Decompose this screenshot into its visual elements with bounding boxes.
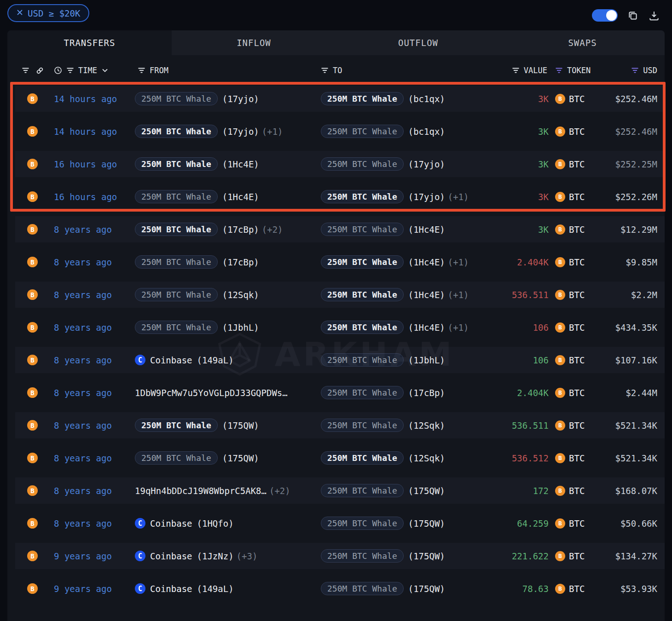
entity-badge[interactable]: 250M BTC Whale	[135, 92, 218, 105]
row-time-link[interactable]: 8 years ago	[54, 388, 135, 398]
filter-icon[interactable]	[66, 67, 74, 74]
row-time-link[interactable]: 8 years ago	[54, 420, 135, 431]
address-text[interactable]: (1JbhL)	[408, 355, 445, 365]
column-to[interactable]: TO	[333, 66, 342, 75]
entity-name[interactable]: Coinbase	[150, 355, 192, 365]
entity-badge[interactable]: 250M BTC Whale	[321, 92, 404, 105]
row-time-link[interactable]: 8 years ago	[54, 518, 135, 529]
entity-badge[interactable]: 250M BTC Whale	[321, 517, 404, 530]
tab-inflow[interactable]: INFLOW	[172, 30, 336, 55]
entity-badge[interactable]: 250M BTC Whale	[135, 419, 218, 432]
address-text[interactable]: (1HQfo)	[197, 518, 234, 529]
entity-badge[interactable]: 250M BTC Whale	[321, 484, 404, 497]
chevron-down-icon[interactable]	[102, 69, 108, 72]
entity-badge[interactable]: 250M BTC Whale	[321, 255, 404, 269]
entity-name[interactable]: Coinbase	[150, 584, 192, 594]
address-text[interactable]: (12Sqk)	[222, 290, 259, 300]
table-row[interactable]: B8 years agoCCoinbase(1HQfo)250M BTC Wha…	[15, 510, 665, 536]
entity-badge[interactable]: 250M BTC Whale	[135, 125, 218, 138]
address-text[interactable]: (1Hc4E)	[408, 322, 445, 333]
column-from[interactable]: FROM	[150, 66, 168, 75]
address-text[interactable]: (1Hc4E)	[408, 290, 445, 300]
column-token[interactable]: TOKEN	[567, 66, 591, 75]
table-row[interactable]: B8 years ago19qHn4bDDcJ19W8WbprC5AK8…(+2…	[15, 477, 665, 504]
row-time-link[interactable]: 16 hours ago	[54, 192, 135, 202]
row-time-link[interactable]: 9 years ago	[54, 551, 135, 561]
address-text[interactable]: (1Hc4E)	[222, 159, 259, 169]
entity-badge[interactable]: 250M BTC Whale	[321, 419, 404, 432]
address-text[interactable]: (175QW)	[408, 584, 445, 594]
table-row[interactable]: B9 years agoCCoinbase(1JzNz)(+3)250M BTC…	[15, 543, 665, 569]
copy-icon[interactable]	[627, 10, 639, 22]
table-row[interactable]: B16 hours ago250M BTC Whale(1Hc4E)250M B…	[15, 151, 665, 177]
address-text[interactable]: (bc1qx)	[408, 126, 445, 137]
address-text[interactable]: (17yjo)	[222, 94, 259, 104]
table-row[interactable]: B8 years ago250M BTC Whale(175QW)250M BT…	[15, 412, 665, 438]
filter-icon[interactable]	[138, 67, 145, 74]
table-row[interactable]: B8 years ago250M BTC Whale(12Sqk)250M BT…	[15, 282, 665, 308]
filter-icon[interactable]	[512, 67, 520, 74]
entity-badge[interactable]: 250M BTC Whale	[135, 451, 218, 465]
row-time-link[interactable]: 14 hours ago	[54, 94, 135, 104]
address-text[interactable]: (149aL)	[197, 355, 234, 365]
table-row[interactable]: B16 hours ago250M BTC Whale(1Hc4E)250M B…	[15, 184, 665, 210]
entity-badge[interactable]: 250M BTC Whale	[135, 223, 218, 236]
address-text[interactable]: (17cBp)	[222, 257, 259, 267]
address-text[interactable]: (1Hc4E)	[222, 192, 259, 202]
row-time-link[interactable]: 8 years ago	[54, 486, 135, 496]
entity-badge[interactable]: 250M BTC Whale	[321, 190, 404, 203]
entity-badge[interactable]: 250M BTC Whale	[321, 451, 404, 465]
entity-name[interactable]: Coinbase	[150, 551, 192, 561]
tab-swaps[interactable]: SWAPS	[500, 30, 665, 55]
link-icon[interactable]	[36, 67, 44, 75]
address-text[interactable]: (175QW)	[408, 518, 445, 529]
table-row[interactable]: B8 years ago1DbW9PcMw7u5YoVGLpDJ33GQPDWs…	[15, 380, 665, 406]
filter-icon-active[interactable]	[555, 67, 563, 74]
entity-badge[interactable]: 250M BTC Whale	[321, 582, 404, 595]
tab-outflow[interactable]: OUTFLOW	[336, 30, 500, 55]
address-text[interactable]: (17yjo)	[408, 192, 445, 202]
address-text[interactable]: (1Hc4E)	[408, 257, 445, 267]
table-row[interactable]: B14 hours ago250M BTC Whale(17yjo)250M B…	[15, 86, 665, 112]
entity-name[interactable]: Coinbase	[150, 518, 192, 529]
address-text[interactable]: (17yjo)	[222, 126, 259, 137]
column-value[interactable]: VALUE	[524, 66, 547, 75]
column-time[interactable]: TIME	[78, 66, 97, 75]
entity-badge[interactable]: 250M BTC Whale	[321, 125, 404, 138]
entity-badge[interactable]: 250M BTC Whale	[321, 288, 404, 301]
address-text[interactable]: (1JzNz)	[197, 551, 234, 561]
usd-filter-chip[interactable]: USD ≥ $20K	[7, 4, 89, 22]
row-time-link[interactable]: 9 years ago	[54, 584, 135, 594]
address-text[interactable]: (149aL)	[197, 584, 234, 594]
entity-badge[interactable]: 250M BTC Whale	[321, 386, 404, 399]
address-text[interactable]: (12Sqk)	[408, 453, 445, 463]
table-toggle[interactable]	[592, 9, 618, 22]
tab-transfers[interactable]: TRANSFERS	[7, 30, 172, 55]
entity-badge[interactable]: 250M BTC Whale	[321, 157, 404, 171]
row-time-link[interactable]: 8 years ago	[54, 290, 135, 300]
clock-icon[interactable]	[54, 66, 62, 75]
address-text[interactable]: (bc1qx)	[408, 94, 445, 104]
row-time-link[interactable]: 16 hours ago	[54, 159, 135, 169]
table-row[interactable]: B14 hours ago250M BTC Whale(17yjo)(+1)25…	[15, 118, 665, 144]
entity-badge[interactable]: 250M BTC Whale	[321, 223, 404, 236]
address-text[interactable]: (175QW)	[222, 420, 259, 431]
entity-badge[interactable]: 250M BTC Whale	[135, 288, 218, 301]
row-time-link[interactable]: 8 years ago	[54, 257, 135, 267]
address-text[interactable]: (17yjo)	[408, 159, 445, 169]
table-row[interactable]: B8 years ago250M BTC Whale(1JbhL)250M BT…	[15, 314, 665, 340]
entity-badge[interactable]: 250M BTC Whale	[135, 321, 218, 334]
address-text[interactable]: (17cBp)	[408, 388, 445, 398]
entity-badge[interactable]: 250M BTC Whale	[321, 353, 404, 367]
address-text[interactable]: (1JbhL)	[222, 322, 259, 333]
row-time-link[interactable]: 8 years ago	[54, 355, 135, 365]
filter-icon[interactable]	[22, 67, 29, 74]
table-row[interactable]: B8 years ago250M BTC Whale(17cBp)(+2)250…	[15, 216, 665, 242]
table-row[interactable]: B8 years ago250M BTC Whale(17cBp)250M BT…	[15, 249, 665, 275]
table-row[interactable]: B8 years agoCCoinbase(149aL)250M BTC Wha…	[15, 347, 665, 373]
entity-badge[interactable]: 250M BTC Whale	[135, 255, 218, 269]
row-time-link[interactable]: 14 hours ago	[54, 126, 135, 137]
row-time-link[interactable]: 8 years ago	[54, 453, 135, 463]
address-text[interactable]: (17cBp)	[222, 224, 259, 235]
address-text[interactable]: (175QW)	[222, 453, 259, 463]
